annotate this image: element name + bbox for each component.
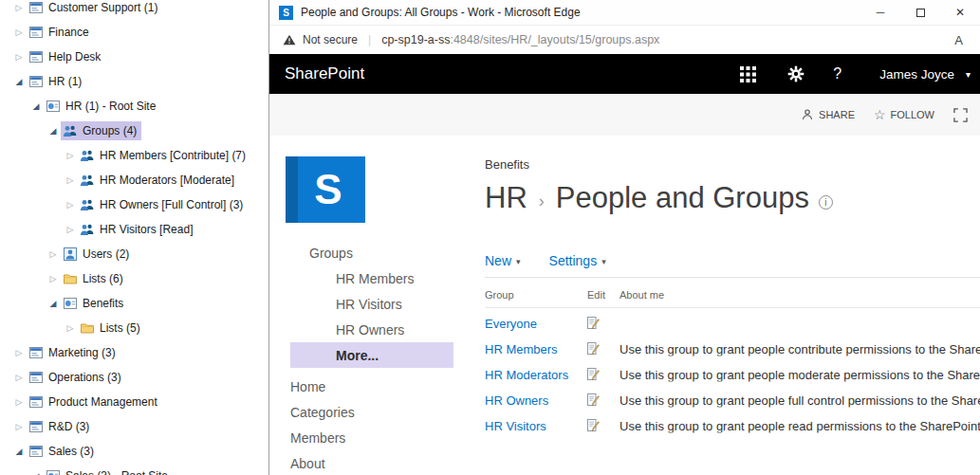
address-separator: | [368, 33, 371, 46]
expand-collapsed-icon[interactable]: ▷ [11, 348, 27, 357]
tree-item-sales-root-site[interactable]: ◢Sales (3) - Root Site [0, 464, 268, 475]
nav-link-home[interactable]: Home [286, 374, 462, 399]
edit-icon[interactable] [585, 418, 601, 433]
window-controls: ─ ✕ [860, 0, 980, 25]
expand-collapsed-icon[interactable]: ▷ [63, 175, 78, 185]
site-title[interactable]: HR [485, 181, 527, 215]
share-button[interactable]: SHARE [801, 108, 855, 121]
caret-down-icon: ▾ [601, 257, 606, 266]
expand-collapsed-icon[interactable]: ▷ [11, 422, 27, 431]
expand-collapsed-icon[interactable]: ▷ [46, 274, 61, 283]
url-text[interactable]: cp-sp19-a-ss:4848/sites/HR/_layouts/15/g… [381, 33, 659, 46]
page-content: S Benefits HR › People and Groups i Grou… [269, 136, 980, 475]
tree-item-groups[interactable]: ◢Groups (4) [0, 119, 268, 143]
table-row: HR Visitors Use this group to grant peop… [485, 412, 980, 438]
settings-gear-icon[interactable] [787, 65, 804, 82]
nav-section-groups[interactable]: Groups [286, 240, 462, 265]
nav-link-hr-visitors[interactable]: HR Visitors [286, 291, 462, 317]
address-bar[interactable]: Not secure | cp-sp19-a-ss:4848/sites/HR/… [269, 26, 980, 54]
sharepoint-brand[interactable]: SharePoint [285, 64, 364, 83]
expand-collapsed-icon[interactable]: ▷ [11, 397, 27, 407]
tree-item-hr-members[interactable]: ▷HR Members [Contribute] (7) [0, 143, 268, 168]
nav-link-more[interactable]: More... [290, 342, 453, 368]
info-icon[interactable]: i [819, 195, 833, 210]
tree-item-customer-support[interactable]: ▷Customer Support (1) [0, 0, 268, 20]
tree-item-hr-visitors[interactable]: ▷HR Visitors [Read] [0, 217, 268, 242]
follow-button[interactable]: ☆FOLLOW [874, 107, 934, 122]
tree-item-sales[interactable]: ◢Sales (3) [0, 439, 268, 464]
user-menu[interactable]: James Joyce [879, 67, 954, 82]
group-link[interactable]: HR Moderators [485, 367, 568, 381]
nav-link-hr-members[interactable]: HR Members [286, 265, 462, 291]
expand-expanded-icon[interactable]: ◢ [11, 77, 27, 86]
user-menu-caret-icon[interactable]: ▾ [966, 69, 971, 80]
caret-down-icon: ▾ [516, 257, 521, 266]
sharepoint-logo[interactable]: S [286, 156, 365, 223]
tree-item-label: Customer Support (1) [48, 1, 157, 14]
tree-item-label: Marketing (3) [48, 346, 116, 359]
tree-item-help-desk[interactable]: ▷Help Desk [0, 45, 268, 69]
expand-expanded-icon[interactable]: ◢ [28, 101, 44, 111]
tree-item-hr[interactable]: ◢HR (1) [0, 69, 268, 94]
close-button[interactable]: ✕ [940, 0, 980, 25]
expand-collapsed-icon[interactable]: ▷ [63, 323, 78, 333]
new-menu[interactable]: New▾ [485, 253, 521, 268]
app-launcher-icon[interactable] [740, 66, 756, 82]
edit-icon[interactable] [585, 316, 601, 331]
edit-icon[interactable] [585, 367, 601, 382]
help-button[interactable]: ? [833, 65, 841, 82]
group-link[interactable]: HR Owners [485, 393, 548, 407]
tree-item-benefits-lists[interactable]: ▷Lists (5) [0, 316, 268, 340]
group-link[interactable]: HR Members [485, 341, 558, 356]
nav-link-hr-owners[interactable]: HR Owners [286, 317, 462, 342]
settings-menu[interactable]: Settings▾ [549, 253, 606, 268]
expand-expanded-icon[interactable]: ◢ [11, 447, 27, 456]
expand-expanded-icon[interactable]: ◢ [46, 126, 61, 136]
expand-expanded-icon[interactable]: ◢ [28, 471, 44, 475]
expand-collapsed-icon[interactable]: ▷ [63, 225, 78, 234]
read-aloud-icon[interactable]: A [954, 33, 967, 47]
expand-collapsed-icon[interactable]: ▷ [63, 151, 78, 160]
breadcrumb[interactable]: Benefits [485, 157, 529, 172]
tree-item-finance[interactable]: ▷Finance [0, 20, 268, 45]
column-header-group[interactable]: Group [485, 289, 514, 301]
maximize-button[interactable] [900, 0, 940, 25]
tree-item-hr-owners[interactable]: ▷HR Owners [Full Control] (3) [0, 192, 268, 217]
nav-link-categories[interactable]: Categories [286, 399, 462, 425]
tree-item-hr-root-site[interactable]: ◢HR (1) - Root Site [0, 94, 268, 119]
tree-item-label: Sales (3) - Root Site [65, 469, 168, 475]
nav-link-members[interactable]: Members [286, 425, 462, 450]
edit-icon[interactable] [585, 393, 601, 408]
tree-item-label: HR Owners [Full Control] (3) [100, 198, 243, 211]
expand-collapsed-icon[interactable]: ▷ [11, 373, 27, 382]
nav-link-about[interactable]: About [286, 450, 462, 475]
tree-item-lists[interactable]: ▷Lists (6) [0, 266, 268, 291]
group-link[interactable]: HR Visitors [485, 418, 546, 432]
tree-item-product-management[interactable]: ▷Product Management [0, 390, 268, 414]
tree-item-operations[interactable]: ▷Operations (3) [0, 365, 268, 390]
security-label[interactable]: Not secure [303, 33, 358, 46]
user-icon [63, 247, 78, 262]
selected-tree-item[interactable]: Groups (4) [61, 121, 141, 140]
table-row: Everyone [485, 310, 980, 336]
groups-table: Everyone HR Members Use this group to gr… [485, 310, 980, 438]
expand-collapsed-icon[interactable]: ▷ [11, 52, 27, 62]
column-header-about-me[interactable]: About me [619, 289, 664, 301]
edit-icon[interactable] [585, 341, 601, 356]
expand-collapsed-icon[interactable]: ▷ [46, 249, 61, 259]
tree-item-users[interactable]: ▷Users (2) [0, 242, 268, 266]
expand-collapsed-icon[interactable]: ▷ [11, 3, 27, 12]
group-link[interactable]: Everyone [485, 316, 537, 330]
focus-mode-button[interactable] [953, 108, 968, 122]
tree-item-label: Groups (4) [83, 124, 137, 137]
tree-item-benefits[interactable]: ◢Benefits [0, 291, 268, 316]
tree-item-rnd[interactable]: ▷R&D (3) [0, 414, 268, 439]
table-row: HR Members Use this group to grant peopl… [485, 336, 980, 361]
minimize-button[interactable]: ─ [860, 0, 900, 25]
expand-expanded-icon[interactable]: ◢ [46, 299, 61, 308]
tree-item-marketing[interactable]: ▷Marketing (3) [0, 340, 268, 365]
expand-collapsed-icon[interactable]: ▷ [63, 200, 78, 210]
site-collection-icon [28, 394, 44, 410]
tree-item-hr-moderators[interactable]: ▷HR Moderators [Moderate] [0, 168, 268, 192]
expand-collapsed-icon[interactable]: ▷ [11, 27, 27, 37]
